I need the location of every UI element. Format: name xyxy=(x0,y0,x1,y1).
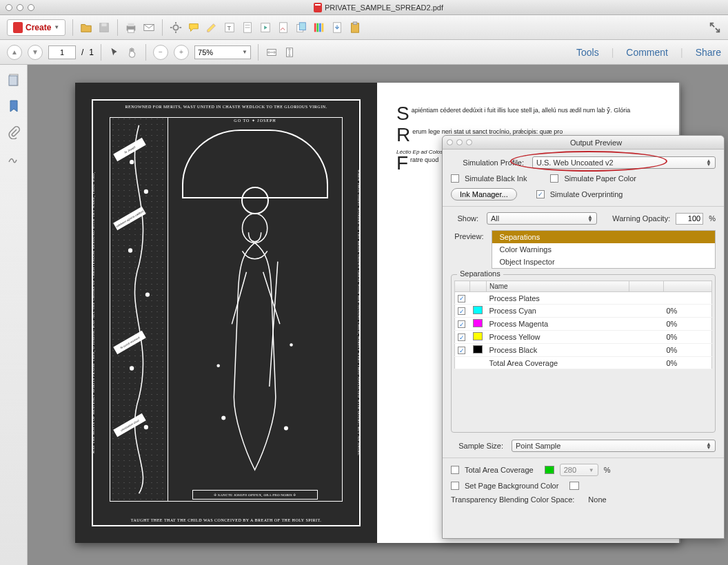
plate-checkbox[interactable]: ✓ xyxy=(458,295,465,302)
sign-icon[interactable] xyxy=(277,21,290,34)
panel-titlebar[interactable]: Output Preview xyxy=(443,136,724,150)
warning-opacity-input[interactable] xyxy=(676,213,703,225)
hand-tool-icon[interactable] xyxy=(126,46,139,59)
sim-profile-select[interactable]: U.S. Web Uncoated v2 ▲▼ xyxy=(532,156,716,169)
export-icon[interactable] xyxy=(331,21,343,34)
ink-manager-button[interactable]: Ink Manager... xyxy=(451,188,517,201)
plate-value xyxy=(664,292,712,305)
svg-point-40 xyxy=(284,427,288,431)
clipboard-icon[interactable] xyxy=(349,21,361,34)
simulate-overprint-checkbox[interactable]: ✓ xyxy=(536,190,545,198)
zoom-in-button[interactable]: + xyxy=(174,45,189,60)
svg-point-33 xyxy=(128,248,132,252)
preview-option-separations[interactable]: Separations xyxy=(492,231,715,243)
save-icon[interactable] xyxy=(98,21,110,34)
bg-color-swatch[interactable] xyxy=(569,482,579,490)
separation-row[interactable]: Total Area Coverage0% xyxy=(455,357,712,369)
preview-option-color-warnings[interactable]: Color Warnings xyxy=(492,243,715,256)
color-bars-icon[interactable] xyxy=(313,21,325,34)
fit-page-icon[interactable] xyxy=(283,46,296,59)
svg-rect-4 xyxy=(128,29,134,32)
page-number-input[interactable] xyxy=(48,45,76,59)
highlight-icon[interactable] xyxy=(205,21,218,34)
create-button[interactable]: Create ▼ xyxy=(7,19,65,36)
tac-label: Total Area Coverage xyxy=(465,466,534,474)
main-toolbar: Create ▼ T xyxy=(0,15,728,40)
svg-rect-30 xyxy=(9,76,17,85)
panel-min-icon[interactable] xyxy=(456,139,463,145)
multimedia-icon[interactable] xyxy=(259,21,272,34)
tools-link[interactable]: Tools xyxy=(576,47,599,58)
preview-list[interactable]: Separations Color Warnings Object Inspec… xyxy=(492,230,716,269)
preview-option-object-inspector[interactable]: Object Inspector xyxy=(492,256,715,268)
name-column-header: Name xyxy=(487,281,629,292)
bookmarks-icon[interactable] xyxy=(7,99,21,113)
fullscreen-icon[interactable] xyxy=(709,21,721,34)
total-area-coverage-checkbox[interactable] xyxy=(451,466,459,474)
comment-link[interactable]: Comment xyxy=(626,47,668,58)
zoom-out-button[interactable]: − xyxy=(153,45,168,60)
left-page: RENOWNED FOR MERITS, WAST UNITED IN CHAS… xyxy=(75,83,377,543)
output-preview-panel: Output Preview Simulation Profile: U.S. … xyxy=(442,135,725,539)
gear-icon[interactable] xyxy=(170,21,182,34)
toolbar-divider xyxy=(162,19,163,36)
comment-bubble-icon[interactable] xyxy=(188,21,200,34)
page-up-button[interactable]: ▲ xyxy=(7,45,22,60)
border-text-top: RENOWNED FOR MERITS, WAST UNITED IN CHAS… xyxy=(97,105,355,109)
tac-value-select[interactable]: 280 ▼ xyxy=(560,464,598,476)
panel-zoom-icon[interactable] xyxy=(466,139,472,145)
separation-row[interactable]: ✓Process Plates xyxy=(455,292,712,305)
simulate-overprint-label: Simulate Overprinting xyxy=(550,190,623,198)
updown-icon: ▲▼ xyxy=(706,442,711,449)
simulate-paper-label: Simulate Paper Color xyxy=(564,174,636,183)
plate-checkbox[interactable]: ✓ xyxy=(458,320,465,328)
show-select[interactable]: All ▲▼ xyxy=(487,212,597,225)
svg-rect-1 xyxy=(102,23,107,26)
svg-rect-19 xyxy=(300,22,306,30)
minimize-window-icon[interactable] xyxy=(17,4,23,11)
form-icon[interactable] xyxy=(241,21,254,34)
signatures-icon[interactable] xyxy=(7,152,21,165)
close-window-icon[interactable] xyxy=(6,4,12,11)
zoom-select[interactable]: 75% ▼ xyxy=(194,45,251,59)
svg-point-6 xyxy=(174,25,179,30)
sample-size-select[interactable]: Point Sample ▲▼ xyxy=(512,440,716,452)
fit-width-icon[interactable] xyxy=(265,46,278,59)
page-total: 1 xyxy=(89,48,94,57)
window-controls[interactable] xyxy=(6,4,34,11)
set-bg-checkbox[interactable] xyxy=(451,482,459,490)
combine-icon[interactable] xyxy=(295,21,307,34)
panel-close-icon[interactable] xyxy=(447,139,453,145)
separation-row[interactable]: ✓Process Magenta0% xyxy=(455,318,712,331)
separation-row[interactable]: ✓Process Black0% xyxy=(455,344,712,357)
navigation-toolbar: ▲ ▼ / 1 − + 75% ▼ Tools | Comment | Shar… xyxy=(0,40,728,65)
separation-row[interactable]: ✓Process Yellow0% xyxy=(455,331,712,344)
email-icon[interactable] xyxy=(143,21,155,34)
transparency-value: None xyxy=(588,495,606,504)
arch-text: GO TO ✦ JOSEPH xyxy=(168,118,342,123)
page-separator: / xyxy=(81,48,83,57)
share-link[interactable]: Share xyxy=(696,47,721,58)
simulate-black-checkbox[interactable] xyxy=(451,174,459,183)
svg-rect-23 xyxy=(322,23,324,32)
separation-row[interactable]: ✓Process Cyan0% xyxy=(455,305,712,318)
plate-checkbox[interactable]: ✓ xyxy=(458,333,465,341)
svg-rect-3 xyxy=(128,23,134,26)
plate-checkbox[interactable]: ✓ xyxy=(458,307,465,315)
thumbnails-icon[interactable] xyxy=(7,73,21,87)
edit-text-icon[interactable]: T xyxy=(223,21,236,34)
separations-group: Separations Name ✓Process Plates✓Process… xyxy=(451,274,716,433)
sim-profile-label: Simulation Profile: xyxy=(451,158,527,167)
tac-value: 280 xyxy=(564,466,576,474)
plate-checkbox[interactable]: ✓ xyxy=(458,347,465,354)
svg-rect-17 xyxy=(280,22,287,32)
simulate-paper-checkbox[interactable] xyxy=(550,174,558,183)
open-icon[interactable] xyxy=(80,21,92,34)
select-tool-icon[interactable] xyxy=(108,46,121,59)
svg-point-41 xyxy=(217,364,221,368)
page-down-button[interactable]: ▼ xyxy=(28,45,43,60)
zoom-window-icon[interactable] xyxy=(28,4,34,11)
print-icon[interactable] xyxy=(125,21,137,34)
text-block-2: erum lege neri stat ut sanct trocínio, p… xyxy=(412,128,563,135)
attachments-icon[interactable] xyxy=(7,125,21,139)
